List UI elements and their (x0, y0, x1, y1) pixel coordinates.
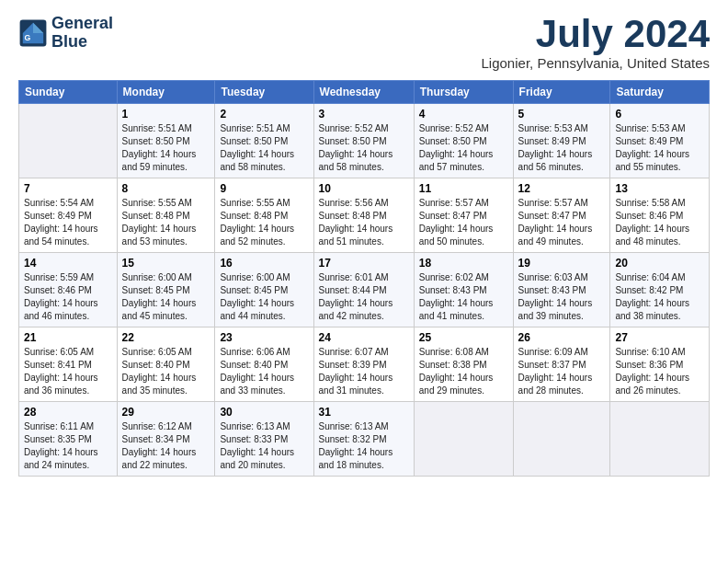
logo-line2: Blue (51, 33, 113, 52)
day-info: Sunrise: 6:07 AMSunset: 8:39 PMDaylight:… (319, 346, 409, 397)
column-header-wednesday: Wednesday (313, 81, 414, 104)
svg-text:G: G (24, 33, 30, 42)
day-cell: 18Sunrise: 6:02 AMSunset: 8:43 PMDayligh… (414, 253, 513, 327)
day-number: 17 (319, 257, 409, 270)
day-info: Sunrise: 6:00 AMSunset: 8:45 PMDaylight:… (122, 271, 210, 323)
day-info: Sunrise: 5:52 AMSunset: 8:50 PMDaylight:… (419, 122, 508, 174)
day-cell: 11Sunrise: 5:57 AMSunset: 8:47 PMDayligh… (414, 178, 513, 253)
day-number: 21 (24, 331, 112, 344)
day-cell: 4Sunrise: 5:52 AMSunset: 8:50 PMDaylight… (414, 104, 513, 178)
day-info: Sunrise: 5:54 AMSunset: 8:49 PMDaylight:… (24, 197, 112, 248)
day-number: 14 (24, 257, 112, 270)
day-info: Sunrise: 5:52 AMSunset: 8:50 PMDaylight:… (319, 122, 409, 174)
day-info: Sunrise: 5:59 AMSunset: 8:46 PMDaylight:… (24, 271, 112, 323)
week-row-1: 1Sunrise: 5:51 AMSunset: 8:50 PMDaylight… (19, 104, 710, 178)
day-cell: 16Sunrise: 6:00 AMSunset: 8:45 PMDayligh… (215, 253, 313, 327)
header-row: SundayMondayTuesdayWednesdayThursdayFrid… (19, 81, 710, 104)
day-number: 23 (220, 331, 308, 344)
day-number: 16 (220, 257, 308, 270)
day-number: 29 (122, 406, 210, 419)
page-container: G General Blue July 2024 Ligonier, Penns… (0, 0, 728, 486)
day-info: Sunrise: 6:10 AMSunset: 8:36 PMDaylight:… (615, 346, 704, 397)
logo-text: General Blue (51, 15, 113, 52)
day-cell: 1Sunrise: 5:51 AMSunset: 8:50 PMDaylight… (117, 104, 215, 178)
logo-line1: General (51, 15, 113, 33)
day-cell: 15Sunrise: 6:00 AMSunset: 8:45 PMDayligh… (117, 253, 215, 327)
day-info: Sunrise: 6:09 AMSunset: 8:37 PMDaylight:… (518, 346, 606, 397)
day-number: 28 (24, 406, 112, 419)
day-info: Sunrise: 5:57 AMSunset: 8:47 PMDaylight:… (518, 197, 606, 248)
day-cell: 12Sunrise: 5:57 AMSunset: 8:47 PMDayligh… (513, 178, 610, 253)
day-number: 30 (220, 406, 308, 419)
day-number: 5 (518, 108, 606, 121)
day-info: Sunrise: 5:53 AMSunset: 8:49 PMDaylight:… (518, 122, 606, 174)
week-row-2: 7Sunrise: 5:54 AMSunset: 8:49 PMDaylight… (19, 178, 710, 253)
day-cell (513, 402, 610, 477)
day-number: 11 (419, 182, 508, 195)
day-cell: 30Sunrise: 6:13 AMSunset: 8:33 PMDayligh… (215, 402, 313, 477)
day-number: 12 (518, 182, 606, 195)
column-header-friday: Friday (513, 81, 610, 104)
day-number: 6 (615, 108, 704, 121)
day-cell (610, 402, 710, 477)
day-info: Sunrise: 5:58 AMSunset: 8:46 PMDaylight:… (615, 197, 704, 248)
day-number: 13 (615, 182, 704, 195)
day-cell: 3Sunrise: 5:52 AMSunset: 8:50 PMDaylight… (313, 104, 414, 178)
day-number: 3 (319, 108, 409, 121)
week-row-3: 14Sunrise: 5:59 AMSunset: 8:46 PMDayligh… (19, 253, 710, 327)
day-info: Sunrise: 6:03 AMSunset: 8:43 PMDaylight:… (518, 271, 606, 323)
logo-icon: G (18, 18, 48, 48)
day-number: 4 (419, 108, 508, 121)
day-cell: 17Sunrise: 6:01 AMSunset: 8:44 PMDayligh… (313, 253, 414, 327)
day-number: 15 (122, 257, 210, 270)
day-info: Sunrise: 5:55 AMSunset: 8:48 PMDaylight:… (122, 197, 210, 248)
day-info: Sunrise: 6:04 AMSunset: 8:42 PMDaylight:… (615, 271, 704, 323)
header: G General Blue July 2024 Ligonier, Penns… (18, 15, 710, 71)
day-info: Sunrise: 5:57 AMSunset: 8:47 PMDaylight:… (419, 197, 508, 248)
day-info: Sunrise: 5:56 AMSunset: 8:48 PMDaylight:… (319, 197, 409, 248)
day-info: Sunrise: 6:08 AMSunset: 8:38 PMDaylight:… (419, 346, 508, 397)
day-info: Sunrise: 6:05 AMSunset: 8:41 PMDaylight:… (24, 346, 112, 397)
day-cell: 10Sunrise: 5:56 AMSunset: 8:48 PMDayligh… (313, 178, 414, 253)
day-number: 26 (518, 331, 606, 344)
title-block: July 2024 Ligonier, Pennsylvania, United… (482, 15, 711, 71)
column-header-saturday: Saturday (610, 81, 710, 104)
day-cell: 9Sunrise: 5:55 AMSunset: 8:48 PMDaylight… (215, 178, 313, 253)
day-info: Sunrise: 5:55 AMSunset: 8:48 PMDaylight:… (220, 197, 308, 248)
day-cell (414, 402, 513, 477)
day-info: Sunrise: 6:01 AMSunset: 8:44 PMDaylight:… (319, 271, 409, 323)
day-cell: 24Sunrise: 6:07 AMSunset: 8:39 PMDayligh… (313, 327, 414, 402)
day-cell: 25Sunrise: 6:08 AMSunset: 8:38 PMDayligh… (414, 327, 513, 402)
day-number: 31 (319, 406, 409, 419)
day-cell: 31Sunrise: 6:13 AMSunset: 8:32 PMDayligh… (313, 402, 414, 477)
column-header-tuesday: Tuesday (215, 81, 313, 104)
column-header-monday: Monday (117, 81, 215, 104)
day-cell (19, 104, 118, 178)
week-row-5: 28Sunrise: 6:11 AMSunset: 8:35 PMDayligh… (19, 402, 710, 477)
day-number: 22 (122, 331, 210, 344)
day-cell: 28Sunrise: 6:11 AMSunset: 8:35 PMDayligh… (19, 402, 118, 477)
day-info: Sunrise: 6:11 AMSunset: 8:35 PMDaylight:… (24, 420, 112, 472)
day-info: Sunrise: 6:02 AMSunset: 8:43 PMDaylight:… (419, 271, 508, 323)
day-cell: 2Sunrise: 5:51 AMSunset: 8:50 PMDaylight… (215, 104, 313, 178)
day-number: 19 (518, 257, 606, 270)
day-number: 10 (319, 182, 409, 195)
day-info: Sunrise: 5:51 AMSunset: 8:50 PMDaylight:… (220, 122, 308, 174)
day-info: Sunrise: 6:06 AMSunset: 8:40 PMDaylight:… (220, 346, 308, 397)
day-number: 8 (122, 182, 210, 195)
day-number: 9 (220, 182, 308, 195)
day-number: 2 (220, 108, 308, 121)
calendar-table: SundayMondayTuesdayWednesdayThursdayFrid… (18, 80, 710, 477)
logo: G General Blue (18, 15, 113, 52)
column-header-sunday: Sunday (19, 81, 118, 104)
day-number: 25 (419, 331, 508, 344)
column-header-thursday: Thursday (414, 81, 513, 104)
day-cell: 5Sunrise: 5:53 AMSunset: 8:49 PMDaylight… (513, 104, 610, 178)
day-cell: 23Sunrise: 6:06 AMSunset: 8:40 PMDayligh… (215, 327, 313, 402)
day-number: 20 (615, 257, 704, 270)
day-cell: 13Sunrise: 5:58 AMSunset: 8:46 PMDayligh… (610, 178, 710, 253)
day-number: 24 (319, 331, 409, 344)
day-info: Sunrise: 6:00 AMSunset: 8:45 PMDaylight:… (220, 271, 308, 323)
day-info: Sunrise: 6:13 AMSunset: 8:32 PMDaylight:… (319, 420, 409, 472)
day-cell: 8Sunrise: 5:55 AMSunset: 8:48 PMDaylight… (117, 178, 215, 253)
